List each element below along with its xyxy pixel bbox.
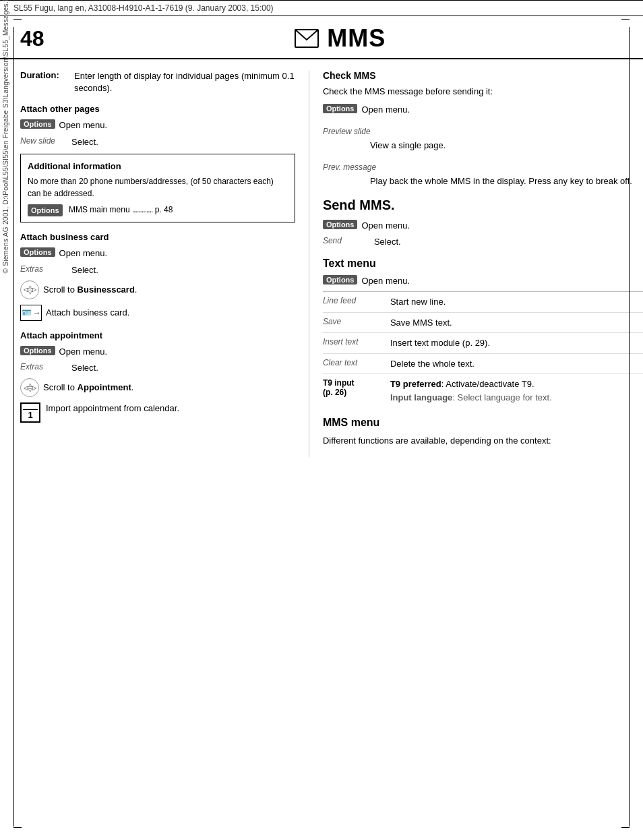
scroll-nav-icon-appt: ◁ △ ▽ ▷ xyxy=(20,378,39,397)
insert-text-key: Insert text xyxy=(323,336,384,347)
envelope-icon xyxy=(295,29,319,48)
send-mms-options-row: Options Open menu. xyxy=(323,220,643,232)
attach-other-pages-options-action: Open menu. xyxy=(59,119,108,131)
appt-scroll-action: Scroll to Appointment. xyxy=(43,382,133,394)
attach-appt-options-action: Open menu. xyxy=(59,346,108,358)
info-box-options-row: Options MMS main menu ............. p. 4… xyxy=(28,204,288,216)
additional-info-box: Additional information No more than 20 p… xyxy=(20,154,295,223)
attach-bcard-icon-row: 🪪 → Attach business card. xyxy=(20,305,295,321)
check-mms-options-action: Open menu. xyxy=(361,104,410,116)
scroll-nav-icon-bcard: ◁ △ ▽ ▷ xyxy=(20,280,39,299)
preview-slide-section: Preview slide View a single page. xyxy=(323,125,643,152)
text-menu-options-row: Options Open menu. xyxy=(323,275,643,287)
new-slide-action: Select. xyxy=(71,136,98,148)
send-mms-header: Send MMS. xyxy=(323,198,643,213)
attach-bcard-options-row: Options Open menu. xyxy=(20,247,295,260)
options-badge-bcard[interactable]: Options xyxy=(20,247,55,257)
save-value: Save MMS text. xyxy=(390,316,643,330)
bcard-attach-action: Attach business card. xyxy=(46,307,129,319)
options-badge-text-menu[interactable]: Options xyxy=(323,275,358,284)
corner-mark-bottom-right xyxy=(621,827,630,828)
duration-section: Duration: Enter length of display for in… xyxy=(20,70,295,94)
page-title-row: 48 MMS xyxy=(0,16,643,59)
table-row-linefeed: Line feed Start new line. xyxy=(323,292,643,313)
t9input-key: T9 input(p. 26) xyxy=(323,378,384,397)
preview-slide-label: Preview slide xyxy=(323,127,371,136)
extras-label-appt: Extras xyxy=(20,362,67,371)
page-header: SL55 Fugu, lang en, A31008-H4910-A1-1-76… xyxy=(0,0,643,16)
header-text: SL55 Fugu, lang en, A31008-H4910-A1-1-76… xyxy=(13,3,274,13)
attach-business-card-header: Attach business card xyxy=(20,232,295,242)
mms-menu-header: MMS menu xyxy=(323,417,643,429)
check-mms-options-row: Options Open menu. xyxy=(323,104,643,116)
send-action: Select. xyxy=(374,236,401,248)
info-box-page-ref: p. 48 xyxy=(155,205,173,214)
send-row: Send Select. xyxy=(323,236,643,248)
attach-bcard-options-action: Open menu. xyxy=(59,247,108,260)
extras-action-appt: Select. xyxy=(71,362,98,374)
preview-slide-action: View a single page. xyxy=(323,139,643,152)
send-mms-options-action: Open menu. xyxy=(361,220,410,232)
corner-mark-top-right xyxy=(621,19,630,20)
save-key: Save xyxy=(323,316,384,326)
corner-mark-top-left xyxy=(13,19,22,20)
attach-appointment-section: Attach appointment Options Open menu. Ex… xyxy=(20,330,295,423)
bcard-scroll-action: Scroll to Businesscard. xyxy=(43,284,137,296)
attach-appt-extras-row: Extras Select. xyxy=(20,362,295,374)
options-badge-appt[interactable]: Options xyxy=(20,346,55,355)
left-column: Duration: Enter length of display for in… xyxy=(0,70,309,457)
check-mms-header: Check MMS xyxy=(323,70,643,81)
text-menu-options-action: Open menu. xyxy=(361,275,410,287)
page-number: 48 xyxy=(20,28,44,49)
attach-appt-icon-row: 1 Import appointment from calendar. xyxy=(20,402,295,423)
attach-appt-options-row: Options Open menu. xyxy=(20,346,295,358)
clear-text-key: Clear text xyxy=(323,357,384,367)
mms-menu-section: MMS menu Different functions are availab… xyxy=(323,417,643,448)
table-row-insert-text: Insert text Insert text module (p. 29). xyxy=(323,333,643,354)
table-row-save: Save Save MMS text. xyxy=(323,313,643,334)
insert-text-value: Insert text module (p. 29). xyxy=(390,336,643,350)
right-column: Check MMS Check the MMS message before s… xyxy=(309,70,643,457)
appt-import-action: Import appointment from calendar. xyxy=(46,402,179,415)
corner-mark-bottom-left xyxy=(13,827,22,828)
attach-other-pages-section: Attach other pages Options Open menu. Ne… xyxy=(20,104,295,222)
attach-bcard-scroll-row: ◁ △ ▽ ▷ Scroll to Businesscard. xyxy=(20,280,295,299)
check-mms-section: Check MMS Check the MMS message before s… xyxy=(323,70,643,116)
border-right xyxy=(629,27,630,827)
extras-action-bcard: Select. xyxy=(71,264,98,276)
t9input-value: T9 preferred: Activate/deactivate T9. In… xyxy=(390,378,643,404)
mms-menu-description: Different functions are available, depen… xyxy=(323,434,643,448)
send-label: Send xyxy=(323,236,370,245)
new-slide-row: New slide Select. xyxy=(20,136,295,148)
attach-other-pages-options-row: Options Open menu. xyxy=(20,119,295,131)
linefeed-key: Line feed xyxy=(323,295,384,305)
duration-text: Enter length of display for individual p… xyxy=(74,70,295,94)
attach-bcard-extras-row: Extras Select. xyxy=(20,264,295,276)
linefeed-value: Start new line. xyxy=(390,295,643,309)
attach-appointment-header: Attach appointment xyxy=(20,330,295,340)
info-box-dotted: ............. xyxy=(132,205,152,214)
check-mms-description: Check the MMS message before sending it: xyxy=(323,85,643,98)
info-box-title: Additional information xyxy=(28,160,288,173)
new-slide-label: New slide xyxy=(20,136,67,146)
info-box-options-text: MMS main menu xyxy=(69,205,130,214)
send-mms-section: Send MMS. Options Open menu. Send Select… xyxy=(323,198,643,248)
options-badge-attach-other[interactable]: Options xyxy=(20,119,55,129)
calendar-icon: 1 xyxy=(20,402,40,423)
text-menu-section: Text menu Options Open menu. Line feed S… xyxy=(323,258,643,407)
page-title: MMS xyxy=(327,24,386,53)
prev-message-label: Prev. message xyxy=(323,162,376,172)
options-badge-check-mms[interactable]: Options xyxy=(323,104,358,113)
attach-appt-scroll-row: ◁ △ ▽ ▷ Scroll to Appointment. xyxy=(20,378,295,397)
options-badge-send-mms[interactable]: Options xyxy=(323,220,358,229)
text-menu-header: Text menu xyxy=(323,258,643,270)
business-card-icon: 🪪 → xyxy=(20,305,42,321)
info-box-text: No more than 20 phone numbers/addresses,… xyxy=(28,175,288,200)
prev-message-section: Prev. message Play back the whole MMS in… xyxy=(323,161,643,188)
table-row-clear-text: Clear text Delete the whole text. xyxy=(323,354,643,375)
page-wrapper: © Siemens AG 2001, D:\Pool\L55\SI55\en F… xyxy=(0,0,643,840)
attach-business-card-section: Attach business card Options Open menu. … xyxy=(20,232,295,320)
info-box-options-badge[interactable]: Options xyxy=(28,204,63,217)
clear-text-value: Delete the whole text. xyxy=(390,357,643,371)
main-content: Duration: Enter length of display for in… xyxy=(0,59,643,457)
